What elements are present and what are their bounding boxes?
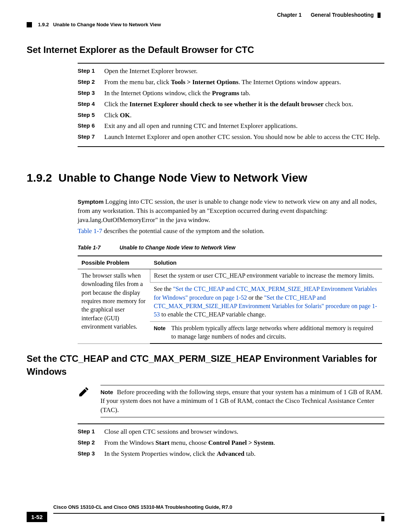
table-number: Table 1-7 — [78, 244, 119, 252]
step-row: Step 2 From the Windows Start menu, choo… — [78, 438, 384, 447]
rule — [78, 423, 384, 424]
note-text: Before proceeding with the following ste… — [100, 388, 382, 414]
table-caption: Table 1-7Unable to Change Node View to N… — [78, 244, 384, 252]
step-label: Step 3 — [78, 89, 104, 98]
note-callout: NoteBefore proceeding with the following… — [78, 385, 384, 417]
page-number-value: 1-52 — [27, 512, 47, 522]
col-solution: Solution — [150, 256, 382, 269]
table-row: The browser stalls when downloading file… — [78, 269, 382, 282]
section-heading: 1.9.2 Unable to Change Node View to Netw… — [27, 170, 384, 186]
step-label: Step 2 — [78, 78, 104, 87]
step-text: Close all open CTC sessions and browser … — [104, 427, 384, 436]
subsec-num: 1.9.2 — [38, 22, 49, 27]
footer-end-mark — [381, 516, 384, 521]
step-label: Step 3 — [78, 449, 104, 459]
running-header: Chapter 1 General Troubleshooting — [27, 11, 384, 19]
step-row: Step 6 Exit any and all open and running… — [78, 121, 384, 131]
cell-solution-1: Reset the system or user CTC_HEAP enviro… — [150, 269, 382, 282]
note-label: Note — [100, 389, 113, 395]
symptom-label: Symptom — [78, 198, 104, 205]
step-row: Step 1 Close all open CTC sessions and b… — [78, 427, 384, 436]
symptom-paragraph: Symptom Logging into CTC session, the us… — [78, 197, 384, 224]
pencil-icon — [78, 385, 100, 417]
step-label: Step 7 — [78, 133, 104, 142]
desc-rest: describes the potential cause of the sym… — [102, 227, 264, 235]
note-text: This problem typically affects large net… — [171, 324, 378, 341]
chapter-label: Chapter 1 — [277, 12, 302, 18]
step-row: Step 5 Click OK. — [78, 111, 384, 120]
rule — [78, 63, 384, 64]
step-row: Step 7 Launch Internet Explorer and open… — [78, 133, 384, 142]
subsec-title: Unable to Change Node View to Network Vi… — [53, 22, 161, 27]
procedure-heading: Set Internet Explorer as the Default Bro… — [27, 43, 384, 56]
header-end-mark — [378, 13, 381, 18]
troubleshooting-table: Possible Problem Solution The browser st… — [78, 256, 382, 344]
table-header-row: Possible Problem Solution — [78, 256, 382, 269]
step-row: Step 3 In the System Properties window, … — [78, 449, 384, 459]
step-row: Step 1 Open the Internet Explorer browse… — [78, 67, 384, 76]
section-number: 1.9.2 — [27, 171, 52, 184]
header-start-mark — [27, 22, 32, 27]
cell-note: Note This problem typically affects larg… — [150, 321, 382, 343]
document-page: Chapter 1 General Troubleshooting 1.9.2 … — [0, 0, 411, 532]
page-number: 1-52 — [27, 512, 47, 522]
step-label: Step 1 — [78, 67, 104, 76]
table-caption-title: Unable to Change Node View to Network Vi… — [119, 244, 236, 251]
step-text: Open the Internet Explorer browser. — [104, 67, 384, 76]
step-row: Step 3 In the Internet Options window, c… — [78, 89, 384, 98]
cell-problem: The browser stalls when downloading file… — [78, 269, 150, 343]
sub-header: 1.9.2 Unable to Change Node View to Netw… — [27, 21, 384, 28]
step-label: Step 4 — [78, 100, 104, 109]
procedure-heading: Set the CTC_HEAP and CTC_MAX_PERM_SIZE_H… — [27, 352, 384, 378]
note-label: Note — [154, 325, 166, 331]
step-text: From the Windows Start menu, choose Cont… — [104, 438, 384, 447]
step-label: Step 5 — [78, 111, 104, 120]
cell-solution-2: See the "Set the CTC_HEAP and CTC_MAX_PE… — [150, 283, 382, 322]
col-possible-problem: Possible Problem — [78, 256, 150, 269]
step-row: Step 4 Click the Internet Explorer shoul… — [78, 100, 384, 109]
symptom-text: Logging into CTC session, the user is un… — [78, 198, 377, 224]
step-text: From the menu bar, click Tools > Interne… — [104, 78, 384, 87]
description-paragraph: Table 1-7 describes the potential cause … — [78, 227, 384, 236]
step-label: Step 1 — [78, 427, 104, 436]
step-row: Step 2 From the menu bar, click Tools > … — [78, 78, 384, 87]
step-label: Step 2 — [78, 438, 104, 447]
footer-rule — [53, 513, 384, 514]
footer-doc-title: Cisco ONS 15310-CL and Cisco ONS 15310-M… — [53, 504, 232, 511]
step-label: Step 6 — [78, 121, 104, 131]
step-text: Exit any and all open and running CTC an… — [104, 121, 384, 131]
step-text: Click the Internet Explorer should check… — [104, 100, 384, 109]
note-body: NoteBefore proceeding with the following… — [100, 385, 384, 417]
step-text: In the System Properties window, click t… — [104, 449, 384, 459]
step-text: Click OK. — [104, 111, 384, 120]
rule — [78, 146, 384, 147]
step-text: Launch Internet Explorer and open anothe… — [104, 133, 384, 142]
step-text: In the Internet Options window, click th… — [104, 89, 384, 98]
section-title: Unable to Change Node View to Network Vi… — [58, 171, 307, 184]
table-link[interactable]: Table 1-7 — [78, 227, 102, 235]
section-label: General Troubleshooting — [311, 12, 374, 18]
